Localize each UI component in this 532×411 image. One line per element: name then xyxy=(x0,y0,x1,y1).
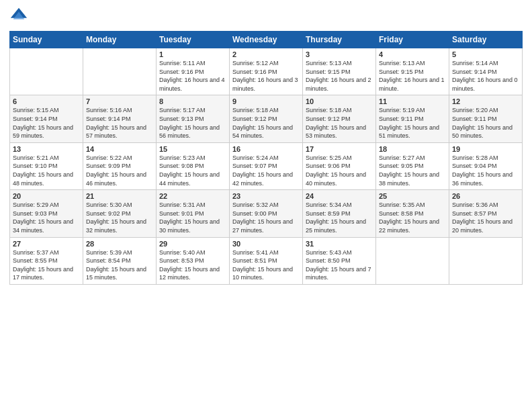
day-info: Sunrise: 5:43 AMSunset: 8:50 PMDaylight:… xyxy=(306,248,373,282)
calendar-day-cell: 28Sunrise: 5:39 AMSunset: 8:54 PMDayligh… xyxy=(83,237,157,284)
calendar-week-row: 27Sunrise: 5:37 AMSunset: 8:55 PMDayligh… xyxy=(10,237,523,284)
day-number: 4 xyxy=(379,50,446,58)
day-number: 17 xyxy=(306,145,373,153)
day-number: 22 xyxy=(159,192,226,200)
day-number: 24 xyxy=(306,192,373,200)
day-info: Sunrise: 5:12 AMSunset: 9:16 PMDaylight:… xyxy=(232,59,300,93)
day-number: 14 xyxy=(86,145,153,153)
day-info: Sunrise: 5:25 AMSunset: 9:06 PMDaylight:… xyxy=(306,154,373,187)
day-number: 31 xyxy=(306,240,373,248)
day-info: Sunrise: 5:35 AMSunset: 8:58 PMDaylight:… xyxy=(379,201,446,234)
day-info: Sunrise: 5:20 AMSunset: 9:11 PMDaylight:… xyxy=(452,106,519,140)
calendar-day-cell: 31Sunrise: 5:43 AMSunset: 8:50 PMDayligh… xyxy=(303,237,376,284)
calendar-day-cell: 6Sunrise: 5:15 AMSunset: 9:14 PMDaylight… xyxy=(10,95,83,142)
calendar-day-cell: 15Sunrise: 5:23 AMSunset: 9:08 PMDayligh… xyxy=(157,142,230,189)
day-info: Sunrise: 5:32 AMSunset: 9:00 PMDaylight:… xyxy=(232,201,300,234)
calendar-week-row: 13Sunrise: 5:21 AMSunset: 9:10 PMDayligh… xyxy=(10,142,523,189)
calendar-day-cell: 22Sunrise: 5:31 AMSunset: 9:01 PMDayligh… xyxy=(157,190,230,237)
day-number: 10 xyxy=(306,97,373,105)
day-info: Sunrise: 5:41 AMSunset: 8:51 PMDaylight:… xyxy=(232,248,300,282)
calendar-day-cell: 27Sunrise: 5:37 AMSunset: 8:55 PMDayligh… xyxy=(10,237,83,284)
calendar-week-row: 20Sunrise: 5:29 AMSunset: 9:03 PMDayligh… xyxy=(10,190,523,237)
calendar-day-cell: 8Sunrise: 5:17 AMSunset: 9:13 PMDaylight… xyxy=(157,95,230,142)
calendar-day-cell: 25Sunrise: 5:35 AMSunset: 8:58 PMDayligh… xyxy=(376,190,449,237)
day-number: 29 xyxy=(159,240,226,248)
day-number: 3 xyxy=(306,50,373,58)
day-number: 2 xyxy=(232,50,300,58)
day-info: Sunrise: 5:29 AMSunset: 9:03 PMDaylight:… xyxy=(13,201,80,234)
logo-icon xyxy=(9,7,28,26)
weekday-header: Monday xyxy=(83,32,157,48)
calendar-day-cell: 11Sunrise: 5:19 AMSunset: 9:11 PMDayligh… xyxy=(376,95,449,142)
day-info: Sunrise: 5:40 AMSunset: 8:53 PMDaylight:… xyxy=(159,248,226,282)
calendar-day-cell: 10Sunrise: 5:18 AMSunset: 9:12 PMDayligh… xyxy=(303,95,376,142)
logo xyxy=(9,7,30,26)
weekday-header: Thursday xyxy=(303,32,376,48)
day-info: Sunrise: 5:18 AMSunset: 9:12 PMDaylight:… xyxy=(306,106,373,140)
day-number: 7 xyxy=(86,97,153,105)
day-info: Sunrise: 5:24 AMSunset: 9:07 PMDaylight:… xyxy=(232,154,300,187)
calendar-day-cell: 14Sunrise: 5:22 AMSunset: 9:09 PMDayligh… xyxy=(83,142,157,189)
calendar-day-cell: 18Sunrise: 5:27 AMSunset: 9:05 PMDayligh… xyxy=(376,142,449,189)
day-number: 1 xyxy=(159,50,226,58)
calendar-day-cell: 20Sunrise: 5:29 AMSunset: 9:03 PMDayligh… xyxy=(10,190,83,237)
day-info: Sunrise: 5:21 AMSunset: 9:10 PMDaylight:… xyxy=(13,154,80,187)
calendar-day-cell xyxy=(83,48,157,95)
day-info: Sunrise: 5:36 AMSunset: 8:57 PMDaylight:… xyxy=(452,201,519,234)
day-info: Sunrise: 5:22 AMSunset: 9:09 PMDaylight:… xyxy=(86,154,153,187)
day-info: Sunrise: 5:27 AMSunset: 9:05 PMDaylight:… xyxy=(379,154,446,187)
calendar-day-cell: 19Sunrise: 5:28 AMSunset: 9:04 PMDayligh… xyxy=(449,142,523,189)
weekday-header: Friday xyxy=(376,32,449,48)
day-info: Sunrise: 5:28 AMSunset: 9:04 PMDaylight:… xyxy=(452,154,519,187)
day-number: 5 xyxy=(452,50,519,58)
day-number: 6 xyxy=(13,97,80,105)
calendar-table: SundayMondayTuesdayWednesdayThursdayFrid… xyxy=(9,31,523,285)
calendar-day-cell: 24Sunrise: 5:34 AMSunset: 8:59 PMDayligh… xyxy=(303,190,376,237)
calendar-day-cell: 12Sunrise: 5:20 AMSunset: 9:11 PMDayligh… xyxy=(449,95,523,142)
day-number: 8 xyxy=(159,97,226,105)
calendar-day-cell xyxy=(10,48,83,95)
calendar-day-cell: 5Sunrise: 5:14 AMSunset: 9:14 PMDaylight… xyxy=(449,48,523,95)
calendar-day-cell: 30Sunrise: 5:41 AMSunset: 8:51 PMDayligh… xyxy=(230,237,303,284)
day-info: Sunrise: 5:15 AMSunset: 9:14 PMDaylight:… xyxy=(13,106,80,140)
day-number: 11 xyxy=(379,97,446,105)
calendar-day-cell: 21Sunrise: 5:30 AMSunset: 9:02 PMDayligh… xyxy=(83,190,157,237)
calendar-header-row: SundayMondayTuesdayWednesdayThursdayFrid… xyxy=(10,32,523,48)
day-info: Sunrise: 5:23 AMSunset: 9:08 PMDaylight:… xyxy=(159,154,226,187)
day-number: 26 xyxy=(452,192,519,200)
day-number: 20 xyxy=(13,192,80,200)
calendar-day-cell: 13Sunrise: 5:21 AMSunset: 9:10 PMDayligh… xyxy=(10,142,83,189)
page: SundayMondayTuesdayWednesdayThursdayFrid… xyxy=(0,0,532,411)
day-number: 12 xyxy=(452,97,519,105)
calendar-day-cell xyxy=(449,237,523,284)
day-info: Sunrise: 5:16 AMSunset: 9:14 PMDaylight:… xyxy=(86,106,153,140)
calendar-day-cell: 9Sunrise: 5:18 AMSunset: 9:12 PMDaylight… xyxy=(230,95,303,142)
day-info: Sunrise: 5:31 AMSunset: 9:01 PMDaylight:… xyxy=(159,201,226,234)
calendar-week-row: 6Sunrise: 5:15 AMSunset: 9:14 PMDaylight… xyxy=(10,95,523,142)
day-info: Sunrise: 5:39 AMSunset: 8:54 PMDaylight:… xyxy=(86,248,153,282)
day-info: Sunrise: 5:11 AMSunset: 9:16 PMDaylight:… xyxy=(159,59,226,93)
day-number: 13 xyxy=(13,145,80,153)
day-number: 9 xyxy=(232,97,300,105)
day-info: Sunrise: 5:18 AMSunset: 9:12 PMDaylight:… xyxy=(232,106,300,140)
calendar-week-row: 1Sunrise: 5:11 AMSunset: 9:16 PMDaylight… xyxy=(10,48,523,95)
weekday-header: Tuesday xyxy=(157,32,230,48)
day-info: Sunrise: 5:37 AMSunset: 8:55 PMDaylight:… xyxy=(13,248,80,282)
calendar-day-cell: 16Sunrise: 5:24 AMSunset: 9:07 PMDayligh… xyxy=(230,142,303,189)
calendar-day-cell: 3Sunrise: 5:13 AMSunset: 9:15 PMDaylight… xyxy=(303,48,376,95)
calendar-day-cell: 4Sunrise: 5:13 AMSunset: 9:15 PMDaylight… xyxy=(376,48,449,95)
weekday-header: Sunday xyxy=(10,32,83,48)
day-info: Sunrise: 5:13 AMSunset: 9:15 PMDaylight:… xyxy=(306,59,373,93)
day-number: 15 xyxy=(159,145,226,153)
day-info: Sunrise: 5:13 AMSunset: 9:15 PMDaylight:… xyxy=(379,59,446,93)
day-number: 25 xyxy=(379,192,446,200)
calendar-day-cell: 26Sunrise: 5:36 AMSunset: 8:57 PMDayligh… xyxy=(449,190,523,237)
day-number: 16 xyxy=(232,145,300,153)
calendar-day-cell xyxy=(376,237,449,284)
day-number: 28 xyxy=(86,240,153,248)
calendar-day-cell: 2Sunrise: 5:12 AMSunset: 9:16 PMDaylight… xyxy=(230,48,303,95)
header xyxy=(9,7,523,26)
day-number: 23 xyxy=(232,192,300,200)
day-number: 19 xyxy=(452,145,519,153)
calendar-day-cell: 17Sunrise: 5:25 AMSunset: 9:06 PMDayligh… xyxy=(303,142,376,189)
